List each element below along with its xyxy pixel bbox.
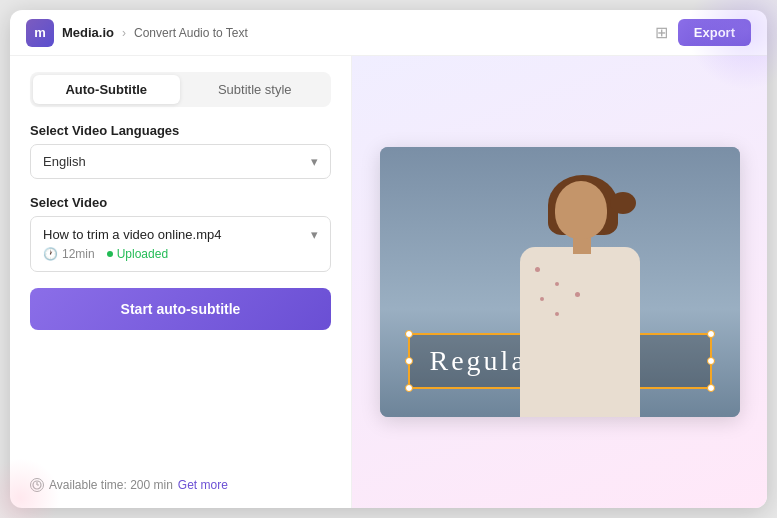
header-left: m Media.io › Convert Audio to Text (26, 19, 248, 47)
face (555, 181, 607, 239)
logo-icon: m (26, 19, 54, 47)
video-background: ↻ Regular Text (380, 147, 740, 417)
breadcrumb-text: Convert Audio to Text (134, 26, 248, 40)
right-panel: ↻ Regular Text (352, 56, 767, 508)
handle-mid-left[interactable] (405, 357, 413, 365)
breadcrumb-separator: › (122, 26, 126, 40)
language-selected: English (43, 154, 86, 169)
tab-subtitle-style[interactable]: Subtitle style (182, 75, 329, 104)
left-footer: Available time: 200 min Get more (30, 478, 331, 492)
video-duration: 🕐 12min (43, 247, 95, 261)
app-header: m Media.io › Convert Audio to Text ⊞ Exp… (10, 10, 767, 56)
video-preview: ↻ Regular Text (380, 147, 740, 417)
clock-small-icon: 🕐 (43, 247, 58, 261)
video-select-box[interactable]: How to trim a video online.mp4 ▾ 🕐 12min… (30, 216, 331, 272)
handle-bottom-right[interactable] (707, 384, 715, 392)
language-dropdown[interactable]: English ▾ (30, 144, 331, 179)
left-panel: Auto-Subtitle Subtitle style Select Vide… (10, 56, 352, 508)
handle-bottom-left[interactable] (405, 384, 413, 392)
main-content: Auto-Subtitle Subtitle style Select Vide… (10, 56, 767, 508)
dropdown-arrow-icon: ▾ (311, 154, 318, 169)
tab-bar: Auto-Subtitle Subtitle style (30, 72, 331, 107)
app-window: m Media.io › Convert Audio to Text ⊞ Exp… (10, 10, 767, 508)
start-auto-subtitle-button[interactable]: Start auto-subtitle (30, 288, 331, 330)
video-uploaded-status: Uploaded (107, 247, 168, 261)
language-label: Select Video Languages (30, 123, 331, 138)
handle-mid-right[interactable] (707, 357, 715, 365)
uploaded-label: Uploaded (117, 247, 168, 261)
video-title-row: How to trim a video online.mp4 ▾ (43, 227, 318, 242)
video-meta: 🕐 12min Uploaded (43, 247, 318, 261)
app-name: Media.io (62, 25, 114, 40)
tab-auto-subtitle[interactable]: Auto-Subtitle (33, 75, 180, 104)
language-section: Select Video Languages English ▾ (30, 123, 331, 179)
video-title: How to trim a video online.mp4 (43, 227, 221, 242)
get-more-link[interactable]: Get more (178, 478, 228, 492)
hair-bun (610, 192, 636, 214)
bg-decoration-1 (687, 56, 767, 90)
body (520, 247, 640, 417)
available-time-text: Available time: 200 min (49, 478, 173, 492)
uploaded-dot-icon (107, 251, 113, 257)
video-dropdown-arrow-icon: ▾ (311, 227, 318, 242)
handle-top-left[interactable] (405, 330, 413, 338)
handle-top-right[interactable] (707, 330, 715, 338)
video-section: Select Video How to trim a video online.… (30, 195, 331, 272)
grid-icon[interactable]: ⊞ (655, 23, 668, 42)
video-label: Select Video (30, 195, 331, 210)
